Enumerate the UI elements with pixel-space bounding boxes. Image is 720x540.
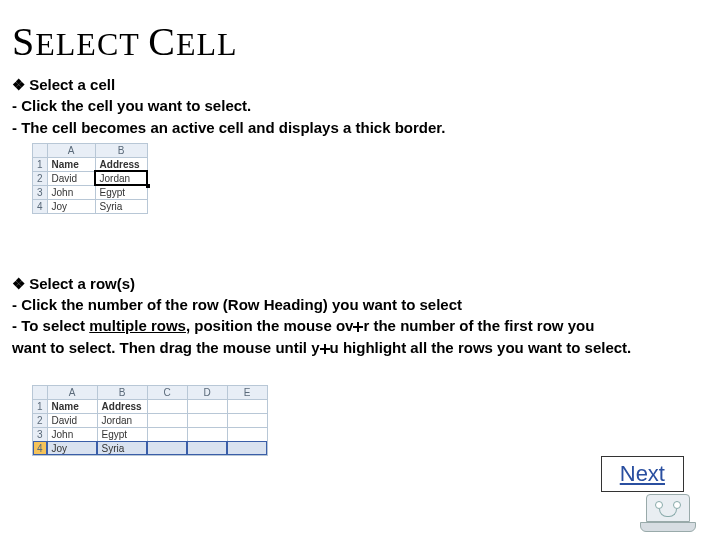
text: , position the mouse ov	[186, 317, 354, 334]
cell	[227, 441, 267, 455]
cell	[187, 399, 227, 413]
cell	[147, 399, 187, 413]
table-row: 1 Name Address	[33, 399, 268, 413]
corner-cell	[33, 385, 48, 399]
title-rest-2: ELL	[176, 26, 238, 62]
cell: Syria	[97, 441, 147, 455]
cell	[187, 413, 227, 427]
section-1-head-text: Select a cell	[29, 76, 115, 93]
section-2-head: ❖ Select a row(s)	[12, 274, 708, 294]
section-1-line-1: - Click the cell you want to select.	[12, 96, 708, 116]
cell	[147, 441, 187, 455]
next-button[interactable]: Next	[601, 456, 684, 492]
row-header: 4	[33, 199, 48, 213]
title-rest-1: ELECT	[35, 26, 139, 62]
cell: Syria	[95, 199, 147, 213]
cell	[187, 441, 227, 455]
cell	[227, 427, 267, 441]
col-header: B	[97, 385, 147, 399]
title-cap-2: C	[148, 19, 176, 64]
section-1-head: ❖ Select a cell	[12, 75, 708, 95]
cell: Address	[97, 399, 147, 413]
page-title: SELECT CELL	[12, 18, 708, 65]
text: u highlight all the rows you want to sel…	[330, 339, 632, 356]
table-row: 3 John Egypt	[33, 427, 268, 441]
cell	[227, 413, 267, 427]
row-header: 2	[33, 413, 48, 427]
cursor-plus-icon	[353, 322, 363, 332]
col-header: D	[187, 385, 227, 399]
cell	[147, 413, 187, 427]
col-header: B	[95, 143, 147, 157]
bullet-icon: ❖	[12, 76, 25, 93]
row-header: 3	[33, 427, 48, 441]
table-row: 2 David Jordan	[33, 171, 148, 185]
cell: David	[47, 413, 97, 427]
laptop-mascot-icon	[636, 494, 700, 538]
cell: Address	[95, 157, 147, 171]
col-header: A	[47, 143, 95, 157]
example-table-2: A B C D E 1 Name Address 2 David Jordan	[32, 385, 268, 456]
title-cap-1: S	[12, 19, 35, 64]
table-row: 4 Joy Syria	[33, 199, 148, 213]
selected-cell: Jordan	[95, 171, 147, 185]
cell: Name	[47, 157, 95, 171]
row-header: 4	[33, 441, 48, 455]
underline-text: multiple rows	[89, 317, 186, 334]
table-row: 1 Name Address	[33, 157, 148, 171]
cell	[227, 399, 267, 413]
text: want	[12, 339, 46, 356]
section-1-line-2: - The cell becomes an active cell and di…	[12, 118, 708, 138]
section-2-line-2: - To select multiple rows, position the …	[12, 316, 708, 336]
cell: John	[47, 185, 95, 199]
corner-cell	[33, 143, 48, 157]
cell: Egypt	[97, 427, 147, 441]
row-header: 3	[33, 185, 48, 199]
section-2-line-3: want to select. Then drag the mouse unti…	[12, 338, 708, 358]
cursor-plus-icon	[320, 344, 330, 354]
bullet-icon: ❖	[12, 275, 25, 292]
row-header: 1	[33, 157, 48, 171]
text: r the number of the first row you	[363, 317, 594, 334]
cell	[187, 427, 227, 441]
col-header: E	[227, 385, 267, 399]
col-header: A	[47, 385, 97, 399]
text: - To select	[12, 317, 89, 334]
col-header: C	[147, 385, 187, 399]
cell: Joy	[47, 199, 95, 213]
cell: David	[47, 171, 95, 185]
cell: Jordan	[97, 413, 147, 427]
row-header: 2	[33, 171, 48, 185]
table-row: 3 John Egypt	[33, 185, 148, 199]
table-header-row: A B C D E	[33, 385, 268, 399]
selected-row: 4 Joy Syria	[33, 441, 268, 455]
cell: John	[47, 427, 97, 441]
text: to select. Then drag the mouse until y	[46, 339, 319, 356]
section-2-head-text: Select a row(s)	[29, 275, 135, 292]
table-header-row: A B	[33, 143, 148, 157]
section-2-line-1: - Click the number of the row (Row Headi…	[12, 295, 708, 315]
cell: Egypt	[95, 185, 147, 199]
cell: Joy	[47, 441, 97, 455]
example-table-1: A B 1 Name Address 2 David Jordan 3 John…	[32, 143, 148, 214]
table-row: 2 David Jordan	[33, 413, 268, 427]
cell	[147, 427, 187, 441]
cell: Name	[47, 399, 97, 413]
row-header: 1	[33, 399, 48, 413]
